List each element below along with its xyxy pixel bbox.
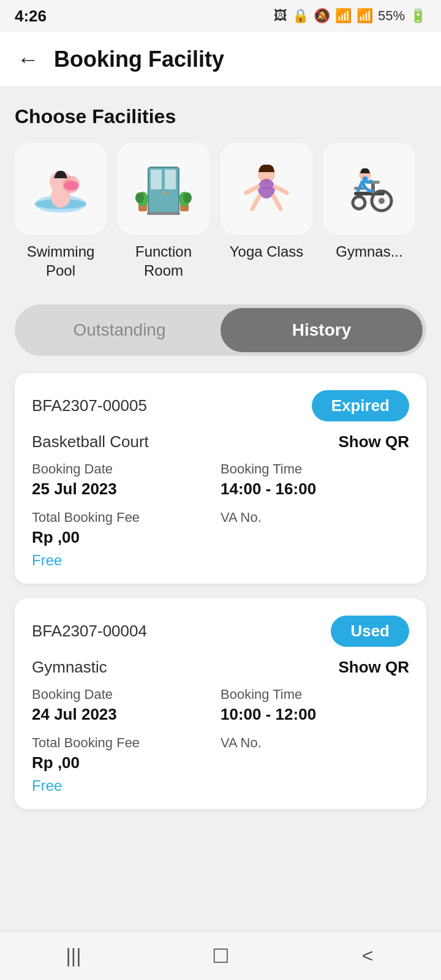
battery-text: 55% xyxy=(378,8,405,24)
facility-name-1: Basketball Court xyxy=(32,432,149,451)
tab-outstanding[interactable]: Outstanding xyxy=(18,308,221,352)
signal-icon: 📶 xyxy=(356,8,373,24)
main-content: Choose Facilities Swimm xyxy=(0,87,441,903)
info-col-time-1: Booking Time 14:00 - 16:00 xyxy=(221,461,409,499)
facility-icon-box-yoga-class xyxy=(221,143,312,235)
fee-label-1: Total Booking Fee xyxy=(32,510,221,526)
swimming-pool-icon xyxy=(27,155,94,222)
va-label-2: VA No. xyxy=(221,735,409,751)
recent-apps-button[interactable]: ||| xyxy=(49,938,98,974)
info-block-dates-2: Booking Date 24 Jul 2023 Booking Time 10… xyxy=(32,687,409,724)
battery-icon: 🔋 xyxy=(410,8,426,24)
fee-label-2: Total Booking Fee xyxy=(32,735,221,751)
booking-time-value-2: 10:00 - 12:00 xyxy=(221,705,409,724)
facilities-row: SwimmingPool xyxy=(15,143,426,282)
facility-label-function-room: FunctionRoom xyxy=(135,242,192,280)
fee-row-1: Total Booking Fee Rp ,00 Free VA No. xyxy=(32,510,409,569)
facility-item-function-room[interactable]: FunctionRoom xyxy=(118,143,209,280)
facility-item-gymnastic[interactable]: Gymnas... xyxy=(323,143,415,280)
fee-value-1: Rp ,00 xyxy=(32,528,221,547)
svg-rect-8 xyxy=(165,170,176,189)
function-room-icon xyxy=(130,155,197,222)
status-icons: 🖼 🔒 🔕 📶 📶 55% 🔋 xyxy=(274,8,426,24)
info-col-date-2: Booking Date 24 Jul 2023 xyxy=(32,687,221,724)
booking-card-2: BFA2307-00004 Used Gymnastic Show QR Boo… xyxy=(15,598,426,809)
facility-label-gymnastic: Gymnas... xyxy=(336,242,402,261)
booking-time-label-1: Booking Time xyxy=(221,461,409,477)
fee-col-2: Total Booking Fee Rp ,00 Free xyxy=(32,735,221,794)
yoga-class-icon xyxy=(233,155,300,222)
tab-history[interactable]: History xyxy=(221,308,423,352)
back-nav-icon: < xyxy=(362,944,374,967)
facility-icon-box-swimming-pool xyxy=(15,143,107,235)
info-block-dates-1: Booking Date 25 Jul 2023 Booking Time 14… xyxy=(32,461,409,499)
top-nav-bar: ← Booking Facility xyxy=(0,32,441,87)
gymnastic-icon xyxy=(336,155,403,222)
back-button-nav[interactable]: < xyxy=(343,938,392,974)
back-button[interactable]: ← xyxy=(17,48,39,70)
tabs-container: Outstanding History xyxy=(15,304,426,356)
facility-icon-box-function-room xyxy=(118,143,209,235)
card-row-facility-1: Basketball Court Show QR xyxy=(32,432,409,451)
facility-label-swimming-pool: SwimmingPool xyxy=(27,242,95,280)
facility-item-swimming-pool[interactable]: SwimmingPool xyxy=(15,143,107,280)
photo-icon: 🖼 xyxy=(274,8,287,24)
free-label-2: Free xyxy=(32,777,221,794)
status-badge-2: Used xyxy=(331,616,409,647)
svg-point-5 xyxy=(64,181,78,190)
wifi-icon: 📶 xyxy=(335,8,352,24)
svg-point-21 xyxy=(379,198,385,204)
fee-row-2: Total Booking Fee Rp ,00 Free VA No. xyxy=(32,735,409,794)
booking-date-label-1: Booking Date xyxy=(32,461,221,477)
free-label-1: Free xyxy=(32,552,221,569)
booking-card-1: BFA2307-00005 Expired Basketball Court S… xyxy=(15,373,426,584)
info-col-date-1: Booking Date 25 Jul 2023 xyxy=(32,461,221,499)
booking-date-label-2: Booking Date xyxy=(32,687,221,703)
card-header-1: BFA2307-00005 Expired xyxy=(32,390,409,421)
fee-value-2: Rp ,00 xyxy=(32,753,221,772)
booking-time-value-1: 14:00 - 16:00 xyxy=(221,480,409,499)
fee-col-1: Total Booking Fee Rp ,00 Free xyxy=(32,510,221,569)
status-bar: 4:26 🖼 🔒 🔕 📶 📶 55% 🔋 xyxy=(0,0,441,32)
svg-point-22 xyxy=(353,197,365,209)
bottom-nav: ||| ☐ < xyxy=(0,931,441,980)
svg-point-12 xyxy=(135,192,144,203)
booking-time-label-2: Booking Time xyxy=(221,687,409,703)
facility-name-2: Gymnastic xyxy=(32,658,107,677)
lock-icon: 🔒 xyxy=(292,8,309,24)
svg-point-15 xyxy=(183,192,192,203)
svg-point-9 xyxy=(163,191,167,195)
page-title: Booking Facility xyxy=(54,47,224,72)
section-title: Choose Facilities xyxy=(15,105,426,128)
card-header-2: BFA2307-00004 Used xyxy=(32,616,409,647)
mute-icon: 🔕 xyxy=(314,8,330,24)
va-col-1: VA No. xyxy=(221,510,409,569)
status-badge-1: Expired xyxy=(312,390,409,421)
booking-id-1: BFA2307-00005 xyxy=(32,396,147,415)
facility-icon-box-gymnastic xyxy=(323,143,415,235)
facility-label-yoga-class: Yoga Class xyxy=(230,242,304,261)
home-button[interactable]: ☐ xyxy=(196,938,245,974)
status-time: 4:26 xyxy=(15,7,47,26)
facility-item-yoga-class[interactable]: Yoga Class xyxy=(221,143,312,280)
svg-rect-16 xyxy=(147,212,180,215)
info-col-time-2: Booking Time 10:00 - 12:00 xyxy=(221,687,409,724)
booking-id-2: BFA2307-00004 xyxy=(32,622,147,641)
va-col-2: VA No. xyxy=(221,735,409,794)
booking-date-value-1: 25 Jul 2023 xyxy=(32,480,221,499)
show-qr-button-2[interactable]: Show QR xyxy=(338,658,409,677)
recent-apps-icon: ||| xyxy=(66,944,81,967)
home-icon: ☐ xyxy=(212,944,230,968)
booking-date-value-2: 24 Jul 2023 xyxy=(32,705,221,724)
va-label-1: VA No. xyxy=(221,510,409,526)
svg-rect-7 xyxy=(151,170,162,189)
card-row-facility-2: Gymnastic Show QR xyxy=(32,658,409,677)
show-qr-button-1[interactable]: Show QR xyxy=(338,432,409,451)
